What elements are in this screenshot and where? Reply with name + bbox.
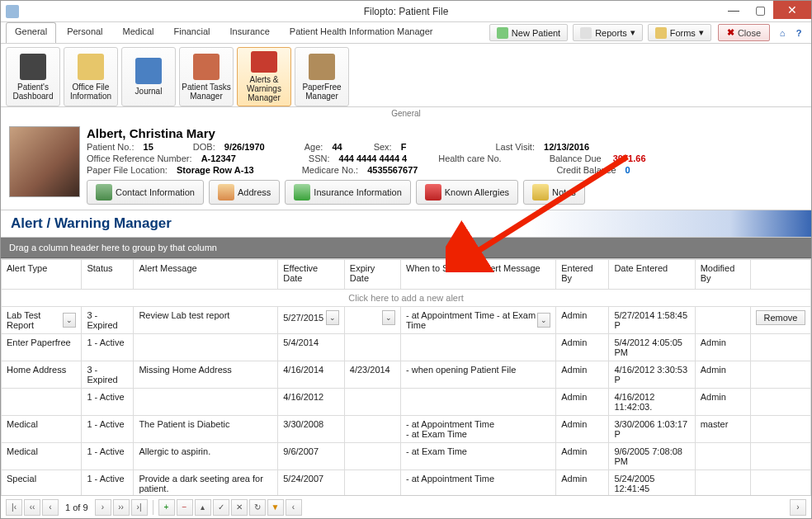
cell-date-entered[interactable]: 9/6/2005 7:08:08 PM: [609, 443, 695, 470]
cell-entered-by[interactable]: Admin: [556, 470, 609, 496]
add-new-alert-row[interactable]: Click here to add a new alert: [2, 290, 811, 307]
ribbon-alerts-warnings-manager[interactable]: Alerts & Warnings Manager: [237, 47, 291, 106]
cell-modified-by[interactable]: Admin: [695, 361, 750, 389]
cell-alert-message[interactable]: Missing Home Address: [134, 361, 278, 389]
table-row[interactable]: 1 - Active4/16/2012Admin4/16/2012 11:42:…: [2, 389, 811, 416]
delete-record-button[interactable]: −: [177, 499, 193, 516]
cell-date-entered[interactable]: 4/16/2012 3:30:53 P: [609, 361, 695, 389]
cell-status[interactable]: 1 - Active: [82, 470, 134, 496]
cell-when-to-show[interactable]: - at Appointment Time: [401, 470, 556, 496]
tab-patient-health-information-manager[interactable]: Patient Health Information Manager: [281, 22, 442, 43]
column-header[interactable]: Status: [82, 260, 134, 290]
cell-when-to-show[interactable]: - at Appointment Time- at Exam Time: [401, 416, 556, 443]
nav-prev-button[interactable]: ‹: [42, 499, 59, 516]
notes-button[interactable]: Notes: [523, 180, 585, 205]
add-record-button[interactable]: +: [158, 499, 175, 516]
column-header[interactable]: Alert Type: [2, 260, 82, 290]
cell-expiry-date[interactable]: [344, 470, 400, 496]
cell-expiry-date[interactable]: ⌄: [344, 307, 400, 334]
cell-when-to-show[interactable]: [401, 334, 556, 361]
cell-alert-type[interactable]: Special: [2, 470, 82, 496]
dropdown-icon[interactable]: ⌄: [63, 313, 76, 328]
cell-status[interactable]: 3 - Expired: [82, 361, 134, 389]
refresh-button[interactable]: ↻: [249, 499, 266, 516]
insurance-info-button[interactable]: Insurance Information: [285, 180, 410, 205]
ribbon-office-file-information[interactable]: Office File Information: [64, 47, 118, 106]
cancel-edit-button[interactable]: ✕: [231, 499, 248, 516]
table-row[interactable]: Medical1 - ActiveThe Patient is Diabetic…: [2, 416, 811, 443]
cell-alert-type[interactable]: Lab Test Report⌄: [2, 307, 82, 334]
filter-button[interactable]: ▼: [267, 499, 284, 516]
cell-effective-date[interactable]: 4/16/2014: [278, 361, 345, 389]
window-close-button[interactable]: ✕: [773, 1, 811, 19]
table-row[interactable]: Lab Test Report⌄3 - ExpiredReview Lab te…: [2, 307, 811, 334]
cell-date-entered[interactable]: 5/24/2005 12:41:45: [609, 470, 695, 496]
cell-entered-by[interactable]: Admin: [556, 307, 609, 334]
cell-modified-by[interactable]: master: [695, 416, 750, 443]
tab-medical[interactable]: Medical: [114, 22, 163, 43]
cell-alert-message[interactable]: Provide a dark seeting area for patient.: [134, 470, 278, 496]
cell-expiry-date[interactable]: [344, 416, 400, 443]
column-header[interactable]: Date Entered: [609, 260, 695, 290]
tab-general[interactable]: General: [6, 22, 56, 43]
scroll-left-button[interactable]: ‹: [286, 499, 302, 516]
cell-when-to-show[interactable]: - when opening Patient File: [401, 361, 556, 389]
dropdown-icon[interactable]: ⌄: [326, 310, 339, 325]
cell-date-entered[interactable]: 4/16/2012 11:42:03.: [609, 389, 695, 416]
ribbon-patient-s-dashboard[interactable]: Patient's Dashboard: [6, 47, 60, 106]
forms-dropdown[interactable]: Forms▾: [648, 24, 711, 41]
cell-entered-by[interactable]: Admin: [556, 361, 609, 389]
cell-alert-type[interactable]: Enter Paperfree: [2, 334, 82, 361]
cell-effective-date[interactable]: 5/27/2015⌄: [278, 307, 345, 334]
cell-modified-by[interactable]: [695, 470, 750, 496]
maximize-button[interactable]: ▢: [747, 1, 773, 19]
cell-effective-date[interactable]: 9/6/2007: [278, 443, 345, 470]
nav-last-button[interactable]: ›|: [131, 499, 148, 516]
cell-entered-by[interactable]: Admin: [556, 443, 609, 470]
address-button[interactable]: Address: [209, 180, 280, 205]
tab-insurance[interactable]: Insurance: [221, 22, 279, 43]
close-button[interactable]: ✖Close: [718, 24, 770, 41]
edit-record-button[interactable]: ▴: [195, 499, 211, 516]
column-header[interactable]: Alert Message: [134, 260, 278, 290]
cell-status[interactable]: 1 - Active: [82, 389, 134, 416]
cell-expiry-date[interactable]: [344, 443, 400, 470]
cell-when-to-show[interactable]: - at Appointment Time - at Exam Time⌄: [401, 307, 556, 334]
scroll-right-button[interactable]: ›: [790, 499, 806, 516]
cell-modified-by[interactable]: Admin: [695, 389, 750, 416]
cell-alert-message[interactable]: Allergic to aspirin.: [134, 443, 278, 470]
ribbon-paperfree-manager[interactable]: PaperFree Manager: [295, 47, 349, 106]
cell-expiry-date[interactable]: [344, 334, 400, 361]
cell-alert-message[interactable]: Review Lab test report: [134, 307, 278, 334]
home-icon[interactable]: ⌂: [775, 22, 790, 43]
cell-expiry-date[interactable]: [344, 389, 400, 416]
remove-button[interactable]: Remove: [756, 310, 805, 325]
reports-dropdown[interactable]: Reports▾: [573, 24, 643, 41]
new-patient-button[interactable]: New Patient: [489, 24, 568, 41]
cell-alert-message[interactable]: [134, 334, 278, 361]
cell-alert-type[interactable]: Medical: [2, 416, 82, 443]
column-header[interactable]: Expiry Date: [344, 260, 400, 290]
column-header[interactable]: Modified By: [695, 260, 750, 290]
column-header[interactable]: Effective Date: [278, 260, 345, 290]
table-row[interactable]: Home Address3 - ExpiredMissing Home Addr…: [2, 361, 811, 389]
table-row[interactable]: Enter Paperfree1 - Active5/4/2014Admin5/…: [2, 334, 811, 361]
known-allergies-button[interactable]: Known Allergies: [416, 180, 518, 205]
ribbon-patient-tasks-manager[interactable]: Patient Tasks Manager: [179, 47, 234, 106]
cell-date-entered[interactable]: 3/30/2006 1:03:17 P: [609, 416, 695, 443]
cell-alert-type[interactable]: Home Address: [2, 361, 82, 389]
ribbon-journal[interactable]: Journal: [121, 47, 176, 106]
cell-status[interactable]: 1 - Active: [82, 416, 134, 443]
column-header[interactable]: When to Show the Alert Message: [401, 260, 556, 290]
cell-date-entered[interactable]: 5/27/2014 1:58:45 P: [609, 307, 695, 334]
cell-alert-message[interactable]: The Patient is Diabetic: [134, 416, 278, 443]
cell-expiry-date[interactable]: 4/23/2014: [344, 361, 400, 389]
cell-entered-by[interactable]: Admin: [556, 389, 609, 416]
cell-date-entered[interactable]: 5/4/2012 4:05:05 PM: [609, 334, 695, 361]
nav-next-page-button[interactable]: ››: [113, 499, 130, 516]
post-record-button[interactable]: ✓: [213, 499, 229, 516]
nav-prev-page-button[interactable]: ‹‹: [24, 499, 40, 516]
cell-entered-by[interactable]: Admin: [556, 334, 609, 361]
cell-modified-by[interactable]: [695, 307, 750, 334]
cell-status[interactable]: 1 - Active: [82, 443, 134, 470]
